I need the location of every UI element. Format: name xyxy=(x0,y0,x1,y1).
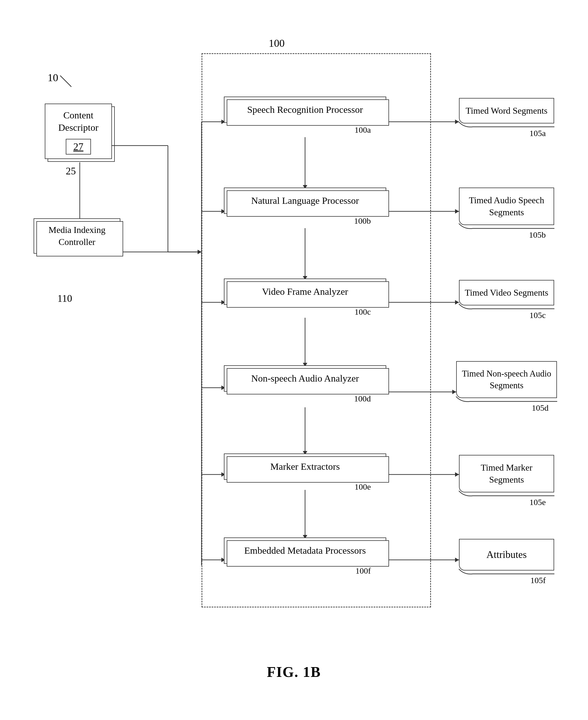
label-105d: 105d xyxy=(532,403,548,413)
dashed-box xyxy=(202,53,431,608)
out-105c-text: Timed Video Segments xyxy=(465,288,548,297)
out-105e-text: Timed Marker Segments xyxy=(481,462,532,485)
processor-100a: Speech Recognition Processor 100a xyxy=(224,97,386,123)
svg-marker-32 xyxy=(455,209,459,213)
out-105f-text: Attributes xyxy=(486,549,527,560)
proc-100a-text: Speech Recognition Processor xyxy=(247,104,363,115)
content-descriptor-title: Content Descriptor xyxy=(49,109,107,134)
label-105c: 105c xyxy=(529,310,546,320)
label-105e: 105e xyxy=(529,497,546,507)
svg-marker-36 xyxy=(452,390,456,394)
processor-100f: Embedded Metadata Processors 100f xyxy=(224,537,386,564)
label-100: 100 xyxy=(269,37,285,49)
content-descriptor: Content Descriptor 27 xyxy=(45,104,118,159)
out-105d-text: Timed Non-speech Audio Segments xyxy=(462,369,551,390)
out-105a-text: Timed Word Segments xyxy=(466,105,548,116)
label-100b: 100b xyxy=(354,216,371,226)
proc-100e-text: Marker Extractors xyxy=(270,461,340,472)
media-indexing-controller: Media Indexing Controller xyxy=(34,218,120,254)
proc-100f-text: Embedded Metadata Processors xyxy=(244,545,366,556)
label-110: 110 xyxy=(57,292,72,304)
proc-100b-text: Natural Language Processor xyxy=(251,196,359,206)
output-105f: Attributes 105f xyxy=(459,539,554,571)
label-100a: 100a xyxy=(355,125,371,135)
mic-label: Media Indexing Controller xyxy=(48,225,106,247)
label-105f: 105f xyxy=(530,576,546,585)
svg-marker-30 xyxy=(455,120,459,124)
processor-100c: Video Frame Analyzer 100c xyxy=(224,279,386,305)
mic-box: Media Indexing Controller xyxy=(34,218,120,254)
svg-marker-34 xyxy=(455,300,459,305)
output-105a: Timed Word Segments 105a xyxy=(459,98,554,123)
label-25: 25 xyxy=(66,165,76,177)
proc-100d-text: Non-speech Audio Analyzer xyxy=(251,373,359,384)
output-105e: Timed Marker Segments 105e xyxy=(459,455,554,492)
output-105c: Timed Video Segments 105c xyxy=(459,280,554,305)
out-105b-text: Timed Audio Speech Segments xyxy=(469,195,544,217)
content-descriptor-inner-value: 27 xyxy=(66,139,91,155)
svg-line-0 xyxy=(60,76,71,87)
label-100d: 100d xyxy=(354,394,371,404)
output-105d: Timed Non-speech Audio Segments 105d xyxy=(456,361,557,398)
processor-100e: Marker Extractors 100e xyxy=(224,453,386,480)
label-100c: 100c xyxy=(355,307,371,316)
label-100f: 100f xyxy=(355,566,371,576)
label-100e: 100e xyxy=(355,482,371,492)
output-105b: Timed Audio Speech Segments 105b xyxy=(459,188,554,225)
fig-label: FIG. 1B xyxy=(267,664,321,680)
svg-marker-4 xyxy=(197,250,202,254)
label-105a: 105a xyxy=(529,128,546,138)
label-105b: 105b xyxy=(529,230,546,240)
proc-100c-text: Video Frame Analyzer xyxy=(262,286,348,297)
svg-marker-40 xyxy=(455,558,459,562)
processor-100b: Natural Language Processor 100b xyxy=(224,188,386,214)
label-10: 10 xyxy=(47,71,58,84)
svg-marker-38 xyxy=(455,472,459,477)
processor-100d: Non-speech Audio Analyzer 100d xyxy=(224,365,386,392)
